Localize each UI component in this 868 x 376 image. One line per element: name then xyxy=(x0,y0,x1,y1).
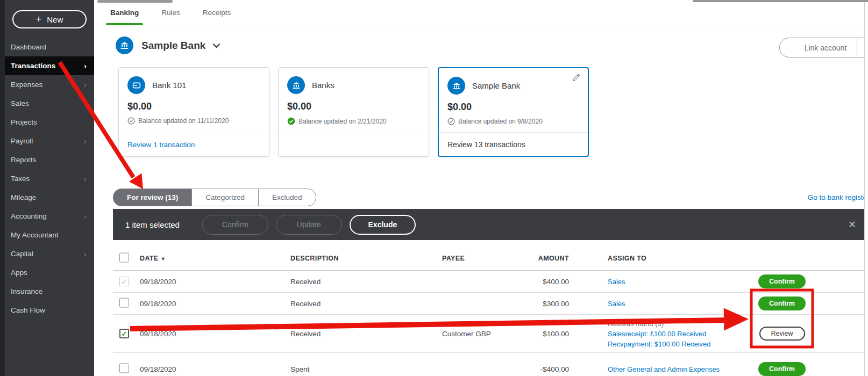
bank-account-dropdown[interactable]: Sample Bank xyxy=(116,37,220,54)
cell-assign-to: Other General and Admin Expenses xyxy=(608,364,751,374)
page-title: Sample Bank xyxy=(141,40,205,52)
bulk-action-bar: 1 item selected ConfirmUpdateExclude ✕ xyxy=(113,209,865,240)
right-scrollbar-track xyxy=(864,0,868,376)
sidebar-item-dashboard[interactable]: Dashboard xyxy=(5,38,94,56)
tab-rules[interactable]: Rules xyxy=(160,9,181,25)
sidebar-item-label: Transactions xyxy=(11,62,55,70)
sidebar-item-cash-flow[interactable]: Cash Flow xyxy=(5,301,94,320)
card-footer: Review 13 transactions xyxy=(439,132,588,156)
cell-date: 09/18/2020 xyxy=(140,278,176,286)
filter-tab-for-review-13[interactable]: For review (13) xyxy=(113,189,192,206)
row-checkbox[interactable]: ✓ xyxy=(119,277,129,286)
bank-icon xyxy=(447,77,465,95)
sidebar-item-expenses[interactable]: Expenses› xyxy=(5,75,94,94)
sidebar-item-my-accountant[interactable]: My Accountant xyxy=(5,226,94,244)
check-circle-icon xyxy=(127,117,135,125)
chevron-right-icon: › xyxy=(84,62,87,70)
selected-count-text: 1 item selected xyxy=(125,220,180,229)
card-footer xyxy=(279,133,429,156)
table-body: ✓ 09/18/2020 Received $400.00 Sales Conf… xyxy=(113,271,865,376)
account-card-sample-bank[interactable]: Sample Bank $0.00 Balance updated on 9/8… xyxy=(438,67,589,157)
sidebar-item-insurance[interactable]: Insurance xyxy=(5,282,94,301)
records-found-text: Records found (3) xyxy=(608,319,751,329)
review-filter-tabs: For review (13)CategorizedExcluded xyxy=(113,189,316,206)
split-button-divider xyxy=(857,38,857,57)
sidebar-item-label: Mileage xyxy=(11,193,36,201)
cell-amount: $100.00 xyxy=(489,330,569,338)
sidebar-item-label: Apps xyxy=(11,269,27,277)
new-button[interactable]: + New xyxy=(12,10,87,28)
account-name: Bank 101 xyxy=(152,81,186,90)
table-header-row: DATE▾ DESCRIPTION PAYEE AMOUNT ASSIGN TO xyxy=(113,247,865,271)
header-date[interactable]: DATE▾ xyxy=(140,255,165,262)
filter-tab-categorized[interactable]: Categorized xyxy=(191,189,259,206)
assign-to-link[interactable]: Recvpayment: $100.00 Received xyxy=(608,339,751,349)
update-bulk-button[interactable]: Update xyxy=(276,215,342,235)
bank-icon xyxy=(116,37,133,54)
cell-amount: -$400.00 xyxy=(489,365,569,373)
header-description: DESCRIPTION xyxy=(290,255,339,262)
review-transactions-link[interactable]: Review 1 transaction xyxy=(127,141,195,149)
new-button-label: New xyxy=(47,15,63,24)
account-card-bank-101[interactable]: Bank 101 $0.00 Balance updated on 11/11/… xyxy=(118,67,269,157)
go-to-bank-register-link[interactable]: Go to bank registe xyxy=(808,193,867,201)
exclude-bulk-button[interactable]: Exclude xyxy=(350,215,416,235)
confirm-row-button[interactable]: Confirm xyxy=(758,362,806,376)
account-card-banks[interactable]: Banks $0.00 Balance updated on 2/21/2020 xyxy=(278,67,429,157)
chevron-right-icon: › xyxy=(84,212,87,220)
scrollbar-thumb-fragment[interactable] xyxy=(693,0,868,2)
confirm-row-button[interactable]: Confirm xyxy=(758,274,806,288)
assign-to-link[interactable]: Sales xyxy=(608,277,751,287)
cell-date: 09/18/2020 xyxy=(140,300,176,308)
sidebar-item-payroll[interactable]: Payroll› xyxy=(5,132,94,150)
sidebar-item-transactions[interactable]: Transactions› xyxy=(5,56,94,75)
link-account-button[interactable]: Link account xyxy=(779,38,868,57)
sidebar-item-apps[interactable]: Apps xyxy=(5,263,94,282)
sidebar-item-label: Dashboard xyxy=(11,43,46,51)
select-all-checkbox[interactable] xyxy=(119,253,129,263)
chevron-right-icon: › xyxy=(84,250,87,258)
filter-tab-excluded[interactable]: Excluded xyxy=(258,189,316,206)
assign-to-link[interactable]: Other General and Admin Expenses xyxy=(608,364,751,374)
sidebar-item-label: Accounting xyxy=(11,212,47,220)
sidebar-item-sales[interactable]: Sales xyxy=(5,94,94,113)
header-payee: PAYEE xyxy=(442,255,465,262)
sidebar-item-label: Sales xyxy=(11,99,29,107)
bank-icon xyxy=(287,76,305,94)
sidebar-item-label: Reports xyxy=(11,156,36,164)
assign-to-link[interactable]: Salesreceipt: £100.00 Received xyxy=(608,329,751,339)
sidebar-item-reports[interactable]: Reports xyxy=(5,150,94,169)
sidebar-item-capital[interactable]: Capital› xyxy=(5,244,94,263)
cell-description: Received xyxy=(290,278,321,286)
main-content: BankingRulesReceipts Sample Bank Link ac… xyxy=(94,0,868,376)
review-row-button[interactable]: Review xyxy=(759,327,805,341)
sidebar-nav: DashboardTransactions›Expenses›SalesProj… xyxy=(5,38,94,320)
check-circle-green-icon xyxy=(287,117,295,125)
sidebar-item-label: My Accountant xyxy=(11,231,59,239)
cell-assign-to: Records found (3)Salesreceipt: £100.00 R… xyxy=(608,319,751,349)
close-icon[interactable]: ✕ xyxy=(848,219,856,230)
edit-pencil-icon[interactable] xyxy=(572,73,581,84)
assign-to-link[interactable]: Sales xyxy=(608,299,751,309)
sidebar-item-mileage[interactable]: Mileage xyxy=(5,188,94,207)
confirm-bulk-button[interactable]: Confirm xyxy=(202,215,268,235)
row-checkbox[interactable]: ✓ xyxy=(119,329,129,338)
confirm-row-button[interactable]: Confirm xyxy=(758,297,806,310)
balance-updated-text: Balance updated on 9/8/2020 xyxy=(458,118,543,125)
sidebar-item-accounting[interactable]: Accounting› xyxy=(5,207,94,226)
cell-date: 09/18/2020 xyxy=(140,330,176,338)
sort-descending-icon: ▾ xyxy=(162,256,165,262)
scrollbar-thumb-fragment[interactable] xyxy=(97,0,173,3)
row-checkbox[interactable] xyxy=(119,364,129,373)
cell-assign-to: Sales xyxy=(608,299,751,309)
review-transactions-link[interactable]: Review 13 transactions xyxy=(447,140,525,149)
tab-banking[interactable]: Banking xyxy=(109,9,140,25)
sidebar-item-taxes[interactable]: Taxes› xyxy=(5,169,94,188)
row-checkbox[interactable] xyxy=(119,298,129,308)
sidebar-item-projects[interactable]: Projects xyxy=(5,113,94,132)
chevron-down-icon xyxy=(212,43,220,48)
sidebar-item-label: Expenses xyxy=(11,81,42,89)
credit-card-icon xyxy=(127,76,145,94)
tab-receipts[interactable]: Receipts xyxy=(202,9,232,25)
cell-assign-to: Sales xyxy=(608,277,751,287)
